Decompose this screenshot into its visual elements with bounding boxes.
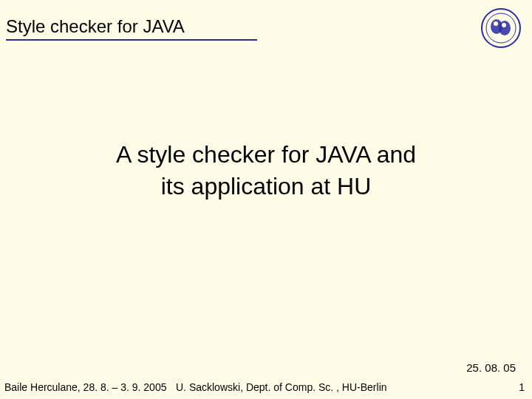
university-logo <box>480 7 522 49</box>
page-number: 1 <box>519 381 525 393</box>
header-title: Style checker for JAVA <box>6 16 257 41</box>
main-title-line2: its application at HU <box>0 171 532 202</box>
main-title-line1: A style checker for JAVA and <box>0 139 532 171</box>
seal-icon <box>480 7 522 49</box>
svg-point-3 <box>499 21 511 35</box>
svg-point-5 <box>502 23 506 27</box>
slide: Style checker for JAVA A style checker f… <box>0 0 532 399</box>
footer-location: Baile Herculane, 28. 8. – 3. 9. 2005 <box>4 381 166 393</box>
footer: Baile Herculane, 28. 8. – 3. 9. 2005 U. … <box>0 378 532 393</box>
main-title: A style checker for JAVA and its applica… <box>0 139 532 202</box>
svg-point-4 <box>494 21 498 26</box>
slide-date: 25. 08. 05 <box>466 361 516 374</box>
footer-author: U. Sacklowski, Dept. of Comp. Sc. , HU-B… <box>176 381 387 393</box>
